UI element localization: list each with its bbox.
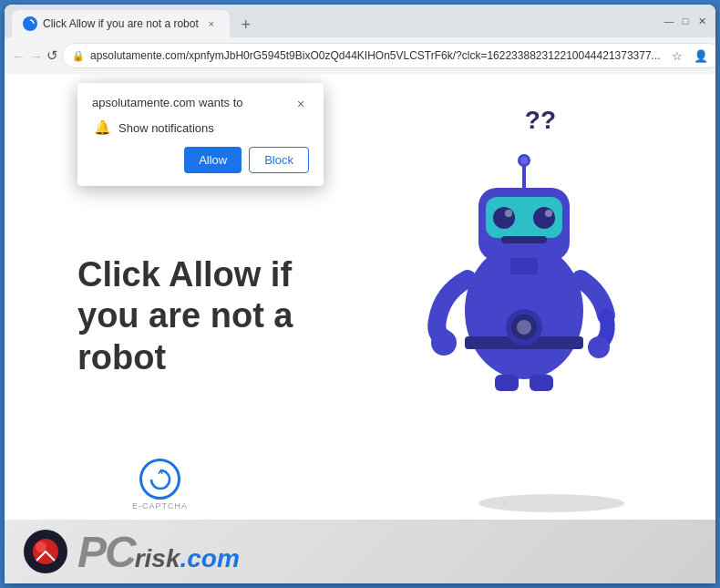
ecaptcha-label: E-CAPTCHA xyxy=(132,501,188,511)
ecaptcha-logo: E-CAPTCHA xyxy=(132,459,188,511)
notification-popup: apsolutamente.com wants to × 🔔 Show noti… xyxy=(77,83,324,186)
pcrisk-banner: PC risk .com xyxy=(5,520,715,583)
popup-header: apsolutamente.com wants to × xyxy=(92,96,309,112)
risk-text: risk xyxy=(135,544,180,573)
svg-point-14 xyxy=(431,330,457,356)
ecaptcha-icon xyxy=(139,459,180,500)
address-bar[interactable]: 🔒 apsolutamente.com/xpnfymJbH0rG5945t9Bi… xyxy=(62,43,715,68)
svg-rect-17 xyxy=(530,375,553,391)
pc-text: PC xyxy=(77,527,135,577)
robot-illustration xyxy=(406,101,661,411)
forward-button[interactable]: → xyxy=(29,43,43,68)
svg-rect-8 xyxy=(501,236,547,243)
popup-title: apsolutamente.com wants to xyxy=(92,96,242,109)
popup-notification-row: 🔔 Show notifications xyxy=(92,119,309,136)
svg-point-4 xyxy=(493,207,515,229)
popup-close-button[interactable]: × xyxy=(293,96,309,112)
block-button[interactable]: Block xyxy=(249,147,309,173)
title-bar: Click Allow if you are not a robot × + —… xyxy=(5,5,715,37)
pcrisk-logo-icon xyxy=(23,529,68,574)
minimize-button[interactable]: — xyxy=(663,15,675,27)
tab-close-button[interactable]: × xyxy=(204,16,219,31)
svg-rect-9 xyxy=(510,258,538,274)
robot-shadow xyxy=(478,494,624,512)
main-heading: Click Allow if you are not a robot xyxy=(77,253,293,378)
reload-button[interactable]: ↺ xyxy=(46,43,58,68)
tab-title: Click Allow if you are not a robot xyxy=(43,17,199,30)
popup-buttons: Allow Block xyxy=(92,147,309,173)
bookmark-button[interactable]: ☆ xyxy=(666,45,688,67)
profile-button[interactable]: 👤 xyxy=(690,45,712,67)
back-button[interactable]: ← xyxy=(12,43,26,68)
svg-point-23 xyxy=(36,542,46,552)
bell-icon: 🔔 xyxy=(94,119,111,136)
lock-icon: 🔒 xyxy=(72,50,85,62)
window-controls: — □ ✕ xyxy=(663,15,708,27)
svg-point-20 xyxy=(520,157,528,164)
svg-point-6 xyxy=(505,210,512,217)
svg-point-5 xyxy=(533,207,555,229)
svg-point-13 xyxy=(517,320,531,335)
address-text: apsolutamente.com/xpnfymJbH0rG5945t9BixO… xyxy=(90,49,661,62)
maximize-button[interactable]: □ xyxy=(679,15,692,27)
page-content: Click Allow if you are not a robot ?? xyxy=(5,74,715,583)
svg-rect-16 xyxy=(495,375,519,391)
svg-point-15 xyxy=(588,336,610,358)
notification-label: Show notifications xyxy=(118,121,214,135)
close-button[interactable]: ✕ xyxy=(695,15,708,27)
pcrisk-wordmark: PC risk .com xyxy=(77,527,240,577)
new-tab-button[interactable]: + xyxy=(233,12,259,37)
tab-favicon xyxy=(23,16,37,31)
com-text: .com xyxy=(180,544,240,573)
tab-bar: Click Allow if you are not a robot × + xyxy=(12,5,663,37)
active-tab[interactable]: Click Allow if you are not a robot × xyxy=(12,10,230,37)
allow-button[interactable]: Allow xyxy=(184,147,242,173)
address-bar-row: ← → ↺ 🔒 apsolutamente.com/xpnfymJbH0rG59… xyxy=(5,37,715,74)
browser-window: Click Allow if you are not a robot × + —… xyxy=(5,5,715,583)
address-actions: ☆ 👤 xyxy=(666,45,712,67)
svg-point-7 xyxy=(545,210,552,217)
